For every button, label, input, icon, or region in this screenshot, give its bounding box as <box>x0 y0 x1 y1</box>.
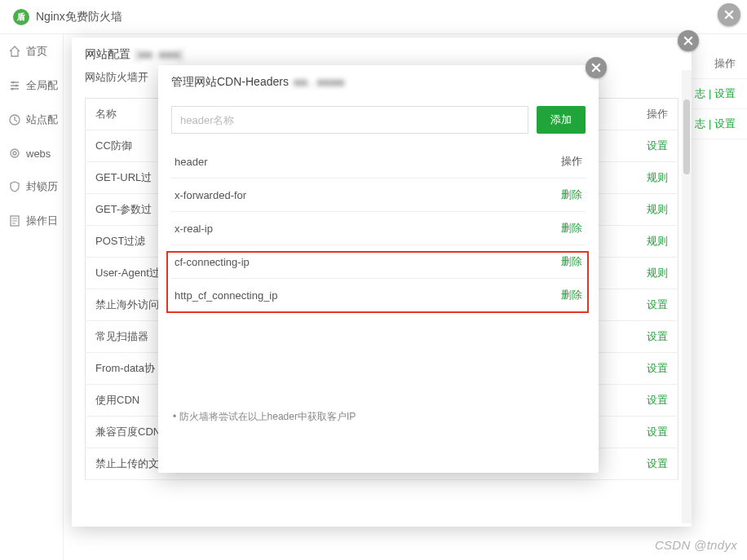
rule-action-link[interactable]: 设置 <box>647 426 668 438</box>
rule-action-link[interactable]: 规则 <box>647 203 668 215</box>
table-row: x-real-ip删除 <box>171 212 586 245</box>
sidebar-item-global[interactable]: 全局配 <box>0 68 63 103</box>
delete-link[interactable]: 删除 <box>561 188 582 201</box>
header-name: x-real-ip <box>171 212 502 245</box>
svg-point-0 <box>12 82 15 84</box>
close-icon <box>683 36 693 46</box>
rule-action-link[interactable]: 规则 <box>647 267 668 279</box>
header-name: x-forwarded-for <box>171 179 502 212</box>
modal-title-domain: ■■.. ■■■■ <box>294 76 344 89</box>
app-title: Nginx免费防火墙 <box>36 10 122 24</box>
bg-col-row[interactable]: 志 | 设置 <box>690 109 747 139</box>
modal-title-domain: [■■. ■■■] <box>135 48 183 61</box>
rule-action-link[interactable]: 设置 <box>647 298 668 311</box>
bg-col-row[interactable]: 志 | 设置 <box>690 79 747 109</box>
title-bar: 盾 Nginx免费防火墙 <box>0 0 747 34</box>
modal-close-button[interactable] <box>678 30 699 51</box>
header-name: http_cf_connecting_ip <box>171 279 502 312</box>
home-icon <box>8 45 21 58</box>
svg-point-2 <box>11 88 14 90</box>
sidebar-item-webs[interactable]: webs <box>0 137 63 170</box>
watermark: CSDN @tndyx <box>655 538 737 552</box>
rule-action-link[interactable]: 设置 <box>647 362 668 374</box>
rule-action-link[interactable]: 设置 <box>647 139 668 152</box>
svg-point-4 <box>11 149 19 157</box>
list-icon <box>8 214 21 227</box>
sidebar: 首页 全局配 站点配 webs 封锁历 操作日 <box>0 34 64 560</box>
clock-icon <box>8 113 21 126</box>
modal-title-text: 管理网站CDN-Headers <box>171 75 289 90</box>
sidebar-item-label: webs <box>26 148 51 160</box>
close-icon <box>724 10 734 20</box>
add-header-row: 添加 <box>171 106 586 134</box>
sidebar-item-home[interactable]: 首页 <box>0 34 63 68</box>
modal-title-text: 网站配置 <box>85 47 130 62</box>
header-name-input[interactable] <box>171 106 528 134</box>
headers-table: header 操作 x-forwarded-for删除x-real-ip删除cf… <box>171 145 586 312</box>
sliders-icon <box>8 79 21 92</box>
rule-action-link[interactable]: 设置 <box>647 394 668 406</box>
gear-icon <box>8 147 21 160</box>
svg-point-1 <box>15 85 18 87</box>
delete-link[interactable]: 删除 <box>561 222 582 234</box>
table-row: http_cf_connecting_ip删除 <box>171 279 586 312</box>
sidebar-item-label: 站点配 <box>26 112 58 127</box>
modal-close-button[interactable] <box>586 57 607 78</box>
delete-link[interactable]: 删除 <box>561 289 582 301</box>
rule-action-link[interactable]: 规则 <box>647 171 668 183</box>
sidebar-item-site[interactable]: 站点配 <box>0 103 63 137</box>
delete-link[interactable]: 删除 <box>561 255 582 267</box>
background-action-column: 操作 志 | 设置 志 | 设置 <box>690 49 747 139</box>
sidebar-item-block[interactable]: 封锁历 <box>0 170 63 204</box>
rule-action-link[interactable]: 规则 <box>647 235 668 247</box>
col-header-header: header <box>171 145 502 179</box>
table-row: cf-connecting-ip删除 <box>171 245 586 279</box>
rule-action-link[interactable]: 设置 <box>647 457 668 470</box>
modal-title: 管理网站CDN-Headers ■■.. ■■■■ <box>158 65 599 98</box>
app-logo-icon: 盾 <box>13 9 29 25</box>
close-icon <box>591 63 601 73</box>
table-row: x-forwarded-for删除 <box>171 179 586 212</box>
col-action-header: 操作 <box>621 99 678 130</box>
svg-point-5 <box>13 152 16 155</box>
bg-col-header: 操作 <box>690 49 747 79</box>
sidebar-item-label: 全局配 <box>26 78 58 93</box>
footer-note: 防火墙将尝试在以上header中获取客户IP <box>171 410 586 424</box>
header-name: cf-connecting-ip <box>171 245 502 279</box>
col-action-header: 操作 <box>502 145 586 179</box>
app-close-button[interactable] <box>718 3 740 26</box>
cdn-headers-modal: 管理网站CDN-Headers ■■.. ■■■■ 添加 header 操作 x… <box>158 65 599 473</box>
shield-icon <box>8 180 21 193</box>
sidebar-item-label: 首页 <box>26 44 47 59</box>
sidebar-item-log[interactable]: 操作日 <box>0 204 63 238</box>
sidebar-item-label: 操作日 <box>26 214 58 228</box>
firewall-switch-label: 网站防火墙开 <box>85 70 148 85</box>
rule-action-link[interactable]: 设置 <box>647 330 668 342</box>
add-button[interactable]: 添加 <box>537 106 586 134</box>
scrollbar-thumb[interactable] <box>683 99 690 174</box>
sidebar-item-label: 封锁历 <box>26 179 58 194</box>
